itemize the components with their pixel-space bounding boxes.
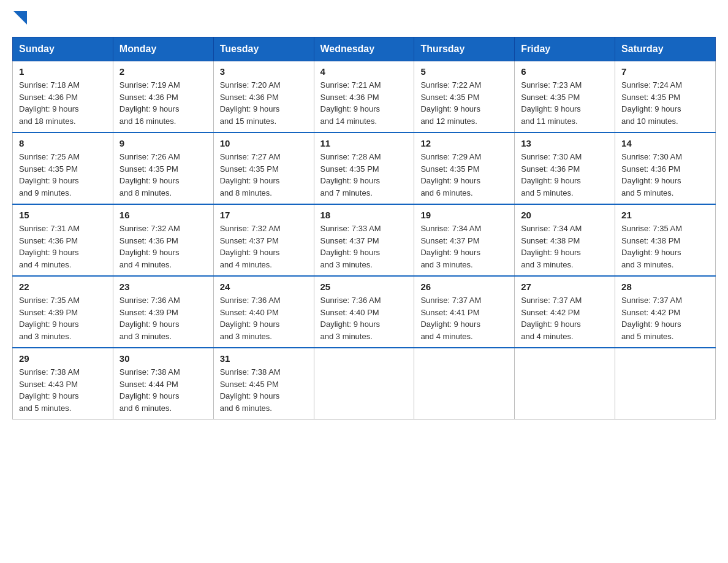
day-cell: 20 Sunrise: 7:34 AM Sunset: 4:38 PM Dayl… bbox=[515, 204, 615, 276]
week-row-1: 1 Sunrise: 7:18 AM Sunset: 4:36 PM Dayli… bbox=[13, 61, 716, 133]
day-number: 5 bbox=[420, 66, 508, 77]
day-info: Sunrise: 7:18 AM Sunset: 4:36 PM Dayligh… bbox=[19, 79, 107, 127]
day-cell: 21 Sunrise: 7:35 AM Sunset: 4:38 PM Dayl… bbox=[615, 204, 716, 276]
header-day-saturday: Saturday bbox=[615, 37, 716, 61]
header-day-wednesday: Wednesday bbox=[314, 37, 414, 61]
day-cell: 3 Sunrise: 7:20 AM Sunset: 4:36 PM Dayli… bbox=[213, 61, 314, 133]
day-info: Sunrise: 7:38 AM Sunset: 4:45 PM Dayligh… bbox=[220, 366, 308, 414]
day-info: Sunrise: 7:37 AM Sunset: 4:41 PM Dayligh… bbox=[420, 294, 508, 342]
day-number: 23 bbox=[119, 282, 207, 292]
day-cell bbox=[515, 348, 615, 419]
day-info: Sunrise: 7:21 AM Sunset: 4:36 PM Dayligh… bbox=[320, 79, 408, 127]
day-cell: 9 Sunrise: 7:26 AM Sunset: 4:35 PM Dayli… bbox=[113, 132, 213, 204]
day-info: Sunrise: 7:34 AM Sunset: 4:38 PM Dayligh… bbox=[521, 223, 609, 270]
day-cell: 24 Sunrise: 7:36 AM Sunset: 4:40 PM Dayl… bbox=[213, 276, 314, 348]
day-number: 9 bbox=[119, 138, 207, 148]
header-day-friday: Friday bbox=[515, 37, 615, 61]
day-info: Sunrise: 7:34 AM Sunset: 4:37 PM Dayligh… bbox=[420, 223, 508, 270]
day-cell: 26 Sunrise: 7:37 AM Sunset: 4:41 PM Dayl… bbox=[414, 276, 515, 348]
calendar-body: 1 Sunrise: 7:18 AM Sunset: 4:36 PM Dayli… bbox=[13, 61, 716, 419]
day-cell: 5 Sunrise: 7:22 AM Sunset: 4:35 PM Dayli… bbox=[414, 61, 515, 133]
day-number: 6 bbox=[521, 66, 609, 77]
day-cell: 19 Sunrise: 7:34 AM Sunset: 4:37 PM Dayl… bbox=[414, 204, 515, 276]
day-number: 3 bbox=[220, 66, 308, 77]
day-number: 7 bbox=[621, 66, 709, 77]
day-number: 26 bbox=[420, 282, 508, 292]
day-cell: 8 Sunrise: 7:25 AM Sunset: 4:35 PM Dayli… bbox=[13, 132, 113, 204]
day-cell: 11 Sunrise: 7:28 AM Sunset: 4:35 PM Dayl… bbox=[314, 132, 414, 204]
day-info: Sunrise: 7:32 AM Sunset: 4:37 PM Dayligh… bbox=[220, 223, 308, 270]
day-info: Sunrise: 7:38 AM Sunset: 4:43 PM Dayligh… bbox=[19, 366, 107, 414]
day-info: Sunrise: 7:29 AM Sunset: 4:35 PM Dayligh… bbox=[420, 151, 508, 199]
day-number: 1 bbox=[19, 66, 107, 77]
day-cell: 14 Sunrise: 7:30 AM Sunset: 4:36 PM Dayl… bbox=[615, 132, 716, 204]
header-day-thursday: Thursday bbox=[414, 37, 515, 61]
logo-triangle-icon bbox=[13, 11, 27, 25]
day-number: 11 bbox=[320, 138, 408, 148]
day-cell: 27 Sunrise: 7:37 AM Sunset: 4:42 PM Dayl… bbox=[515, 276, 615, 348]
day-number: 19 bbox=[420, 210, 508, 220]
day-info: Sunrise: 7:22 AM Sunset: 4:35 PM Dayligh… bbox=[420, 79, 508, 127]
day-number: 10 bbox=[220, 138, 308, 148]
day-number: 4 bbox=[320, 66, 408, 77]
header-day-tuesday: Tuesday bbox=[213, 37, 314, 61]
day-number: 22 bbox=[19, 282, 107, 292]
day-number: 30 bbox=[119, 353, 207, 364]
day-cell: 23 Sunrise: 7:36 AM Sunset: 4:39 PM Dayl… bbox=[113, 276, 213, 348]
day-cell bbox=[314, 348, 414, 419]
day-cell: 17 Sunrise: 7:32 AM Sunset: 4:37 PM Dayl… bbox=[213, 204, 314, 276]
day-number: 8 bbox=[19, 138, 107, 148]
day-info: Sunrise: 7:27 AM Sunset: 4:35 PM Dayligh… bbox=[220, 151, 308, 199]
day-number: 18 bbox=[320, 210, 408, 220]
day-info: Sunrise: 7:36 AM Sunset: 4:40 PM Dayligh… bbox=[320, 294, 408, 342]
week-row-5: 29 Sunrise: 7:38 AM Sunset: 4:43 PM Dayl… bbox=[13, 348, 716, 419]
day-number: 29 bbox=[19, 353, 107, 364]
svg-marker-0 bbox=[13, 11, 27, 25]
day-number: 17 bbox=[220, 210, 308, 220]
day-info: Sunrise: 7:33 AM Sunset: 4:37 PM Dayligh… bbox=[320, 223, 408, 270]
day-number: 24 bbox=[220, 282, 308, 292]
day-info: Sunrise: 7:36 AM Sunset: 4:40 PM Dayligh… bbox=[220, 294, 308, 342]
day-info: Sunrise: 7:35 AM Sunset: 4:39 PM Dayligh… bbox=[19, 294, 107, 342]
day-info: Sunrise: 7:36 AM Sunset: 4:39 PM Dayligh… bbox=[119, 294, 207, 342]
day-cell bbox=[615, 348, 716, 419]
day-cell: 2 Sunrise: 7:19 AM Sunset: 4:36 PM Dayli… bbox=[113, 61, 213, 133]
day-cell: 7 Sunrise: 7:24 AM Sunset: 4:35 PM Dayli… bbox=[615, 61, 716, 133]
day-info: Sunrise: 7:32 AM Sunset: 4:36 PM Dayligh… bbox=[119, 223, 207, 270]
day-cell: 16 Sunrise: 7:32 AM Sunset: 4:36 PM Dayl… bbox=[113, 204, 213, 276]
day-info: Sunrise: 7:26 AM Sunset: 4:35 PM Dayligh… bbox=[119, 151, 207, 199]
day-cell: 6 Sunrise: 7:23 AM Sunset: 4:35 PM Dayli… bbox=[515, 61, 615, 133]
week-row-3: 15 Sunrise: 7:31 AM Sunset: 4:36 PM Dayl… bbox=[13, 204, 716, 276]
day-number: 13 bbox=[521, 138, 609, 148]
day-info: Sunrise: 7:31 AM Sunset: 4:36 PM Dayligh… bbox=[19, 223, 107, 270]
day-number: 14 bbox=[621, 138, 709, 148]
day-cell: 31 Sunrise: 7:38 AM Sunset: 4:45 PM Dayl… bbox=[213, 348, 314, 419]
day-cell: 4 Sunrise: 7:21 AM Sunset: 4:36 PM Dayli… bbox=[314, 61, 414, 133]
day-cell: 13 Sunrise: 7:30 AM Sunset: 4:36 PM Dayl… bbox=[515, 132, 615, 204]
calendar-table: SundayMondayTuesdayWednesdayThursdayFrid… bbox=[12, 37, 716, 419]
day-info: Sunrise: 7:37 AM Sunset: 4:42 PM Dayligh… bbox=[521, 294, 609, 342]
day-number: 28 bbox=[621, 282, 709, 292]
day-info: Sunrise: 7:19 AM Sunset: 4:36 PM Dayligh… bbox=[119, 79, 207, 127]
page-header bbox=[12, 12, 716, 25]
day-cell: 29 Sunrise: 7:38 AM Sunset: 4:43 PM Dayl… bbox=[13, 348, 113, 419]
day-number: 20 bbox=[521, 210, 609, 220]
logo bbox=[12, 12, 27, 25]
day-info: Sunrise: 7:20 AM Sunset: 4:36 PM Dayligh… bbox=[220, 79, 308, 127]
header-day-monday: Monday bbox=[113, 37, 213, 61]
day-cell: 30 Sunrise: 7:38 AM Sunset: 4:44 PM Dayl… bbox=[113, 348, 213, 419]
day-number: 21 bbox=[621, 210, 709, 220]
day-cell bbox=[414, 348, 515, 419]
header-row: SundayMondayTuesdayWednesdayThursdayFrid… bbox=[13, 37, 716, 61]
day-info: Sunrise: 7:35 AM Sunset: 4:38 PM Dayligh… bbox=[621, 223, 709, 270]
day-info: Sunrise: 7:37 AM Sunset: 4:42 PM Dayligh… bbox=[621, 294, 709, 342]
day-cell: 10 Sunrise: 7:27 AM Sunset: 4:35 PM Dayl… bbox=[213, 132, 314, 204]
day-number: 16 bbox=[119, 210, 207, 220]
day-number: 2 bbox=[119, 66, 207, 77]
week-row-4: 22 Sunrise: 7:35 AM Sunset: 4:39 PM Dayl… bbox=[13, 276, 716, 348]
day-info: Sunrise: 7:30 AM Sunset: 4:36 PM Dayligh… bbox=[621, 151, 709, 199]
day-number: 25 bbox=[320, 282, 408, 292]
day-cell: 18 Sunrise: 7:33 AM Sunset: 4:37 PM Dayl… bbox=[314, 204, 414, 276]
day-number: 12 bbox=[420, 138, 508, 148]
day-number: 15 bbox=[19, 210, 107, 220]
